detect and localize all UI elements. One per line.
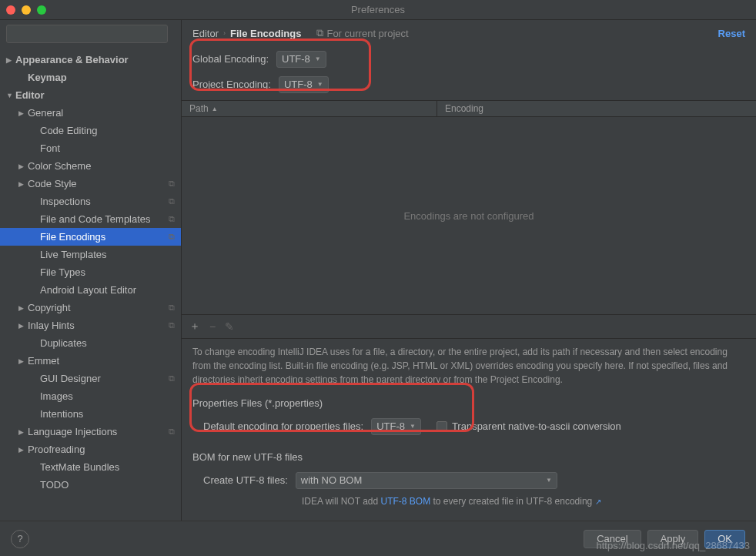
project-scope-icon: ⧉ <box>169 179 175 189</box>
sidebar-item-file-encodings[interactable]: File Encodings⧉ <box>0 228 181 246</box>
create-utf8-dropdown[interactable]: with NO BOM ▼ <box>296 472 557 489</box>
sidebar-item-keymap[interactable]: Keymap <box>0 69 181 86</box>
sidebar-item-inspections[interactable]: Inspections⧉ <box>0 193 181 210</box>
tree-arrow-icon: ▶ <box>18 109 28 117</box>
global-encoding-label: Global Encoding: <box>192 53 269 65</box>
add-button[interactable]: ＋ <box>189 320 200 333</box>
sidebar-item-general[interactable]: ▶General <box>0 104 181 122</box>
breadcrumb-root[interactable]: Editor <box>192 28 219 39</box>
minimize-window-button[interactable] <box>22 5 31 15</box>
sidebar-item-label: TextMate Bundles <box>40 461 175 473</box>
sidebar-item-proofreading[interactable]: ▶Proofreading <box>0 440 181 458</box>
chevron-right-icon: › <box>223 29 226 37</box>
project-scope-icon: ⧉ <box>169 320 175 330</box>
project-scope-icon: ⧉ <box>169 214 175 224</box>
properties-section-title: Properties Files (*.properties) <box>182 393 756 414</box>
sidebar-item-label: Copyright <box>28 302 169 313</box>
search-input[interactable] <box>6 25 168 43</box>
sidebar-item-label: File Types <box>40 266 175 278</box>
chevron-down-icon: ▼ <box>317 81 323 88</box>
breadcrumb: Editor › File Encodings ⧉ For current pr… <box>182 20 756 46</box>
project-scope-icon: ⧉ <box>316 27 323 39</box>
column-encoding[interactable]: Encoding <box>437 101 491 116</box>
sidebar-item-label: Code Style <box>28 178 169 189</box>
close-window-button[interactable] <box>6 5 15 15</box>
utf8-bom-link[interactable]: UTF-8 BOM <box>380 496 430 507</box>
sidebar-item-emmet[interactable]: ▶Emmet <box>0 352 181 370</box>
tree-arrow-icon: ▶ <box>18 304 28 312</box>
empty-state-text: Encodings are not configured <box>403 210 534 222</box>
titlebar: Preferences <box>0 0 756 20</box>
bom-section-title: BOM for new UTF-8 files <box>182 447 756 467</box>
bom-note: IDEA will NOT add UTF-8 BOM to every cre… <box>182 493 756 510</box>
sidebar-item-label: General <box>28 107 175 119</box>
sidebar-item-file-and-code-templates[interactable]: File and Code Templates⧉ <box>0 210 181 228</box>
content-panel: Editor › File Encodings ⧉ For current pr… <box>182 20 756 521</box>
tree-arrow-icon: ▶ <box>18 162 28 170</box>
sidebar-item-gui-designer[interactable]: GUI Designer⧉ <box>0 370 181 387</box>
ok-button[interactable]: OK <box>704 530 745 548</box>
help-button[interactable]: ? <box>11 530 29 548</box>
sidebar-item-label: Images <box>40 390 175 402</box>
sidebar-item-appearance-behavior[interactable]: ▶Appearance & Behavior <box>0 51 181 69</box>
project-scope-icon: ⧉ <box>169 303 175 313</box>
sidebar-item-font[interactable]: Font <box>0 139 181 157</box>
sidebar: ▶Appearance & BehaviorKeymap▼Editor▶Gene… <box>0 20 182 521</box>
remove-button[interactable]: − <box>209 320 216 333</box>
edit-button[interactable]: ✎ <box>225 320 234 333</box>
window-title: Preferences <box>351 4 405 15</box>
cancel-button[interactable]: Cancel <box>584 530 641 548</box>
transparent-ascii-checkbox[interactable] <box>437 421 447 432</box>
sidebar-item-android-layout-editor[interactable]: Android Layout Editor <box>0 281 181 299</box>
sidebar-item-label: Color Scheme <box>28 160 175 172</box>
chevron-down-icon: ▼ <box>546 477 552 484</box>
sidebar-item-label: GUI Designer <box>40 373 169 384</box>
properties-default-dropdown[interactable]: UTF-8 ▼ <box>371 418 421 435</box>
apply-button[interactable]: Apply <box>647 530 699 548</box>
footer: ? Cancel Apply OK <box>0 521 756 556</box>
sidebar-item-label: Appearance & Behavior <box>15 54 175 65</box>
sidebar-item-live-templates[interactable]: Live Templates <box>0 246 181 263</box>
sidebar-item-duplicates[interactable]: Duplicates <box>0 334 181 352</box>
sidebar-item-color-scheme[interactable]: ▶Color Scheme <box>0 157 181 175</box>
reset-link[interactable]: Reset <box>718 28 745 39</box>
transparent-ascii-label: Transparent native-to-ascii conversion <box>452 420 621 432</box>
sidebar-item-todo[interactable]: TODO <box>0 476 181 494</box>
sidebar-item-label: Live Templates <box>40 249 175 260</box>
settings-tree: ▶Appearance & BehaviorKeymap▼Editor▶Gene… <box>0 48 181 521</box>
sidebar-item-label: File Encodings <box>40 231 169 243</box>
tree-arrow-icon: ▶ <box>18 428 28 436</box>
sidebar-item-label: TODO <box>40 479 175 491</box>
table-header: Path ▲ Encoding <box>182 100 756 117</box>
create-utf8-label: Create UTF-8 files: <box>203 474 288 486</box>
project-scope-icon: ⧉ <box>169 373 175 384</box>
project-scope-icon: ⧉ <box>169 196 175 206</box>
sidebar-item-editor[interactable]: ▼Editor <box>0 86 181 104</box>
sidebar-item-label: Font <box>40 142 175 154</box>
sidebar-item-label: Proofreading <box>28 444 175 455</box>
column-path[interactable]: Path ▲ <box>182 101 437 116</box>
sidebar-item-label: Code Editing <box>40 125 175 136</box>
sidebar-item-file-types[interactable]: File Types <box>0 263 181 281</box>
chevron-down-icon: ▼ <box>410 423 416 430</box>
sidebar-item-code-style[interactable]: ▶Code Style⧉ <box>0 175 181 193</box>
sidebar-item-label: Intentions <box>40 408 175 420</box>
sidebar-item-label: Emmet <box>28 355 175 367</box>
sidebar-item-images[interactable]: Images <box>0 387 181 405</box>
sidebar-item-textmate-bundles[interactable]: TextMate Bundles <box>0 458 181 476</box>
project-encoding-dropdown[interactable]: UTF-8 ▼ <box>279 76 329 93</box>
maximize-window-button[interactable] <box>37 5 46 15</box>
sort-asc-icon: ▲ <box>212 106 218 112</box>
sidebar-item-inlay-hints[interactable]: ▶Inlay Hints⧉ <box>0 317 181 334</box>
project-encoding-label: Project Encoding: <box>192 79 271 90</box>
external-link-icon: ↗ <box>595 497 601 506</box>
tree-arrow-icon: ▶ <box>18 180 28 188</box>
sidebar-item-label: Inlay Hints <box>28 320 169 331</box>
project-scope-icon: ⧉ <box>169 232 175 242</box>
global-encoding-dropdown[interactable]: UTF-8 ▼ <box>276 51 326 68</box>
sidebar-item-language-injections[interactable]: ▶Language Injections⧉ <box>0 423 181 440</box>
scope-note: ⧉ For current project <box>316 27 408 39</box>
sidebar-item-code-editing[interactable]: Code Editing <box>0 122 181 139</box>
sidebar-item-copyright[interactable]: ▶Copyright⧉ <box>0 299 181 317</box>
sidebar-item-intentions[interactable]: Intentions <box>0 405 181 423</box>
